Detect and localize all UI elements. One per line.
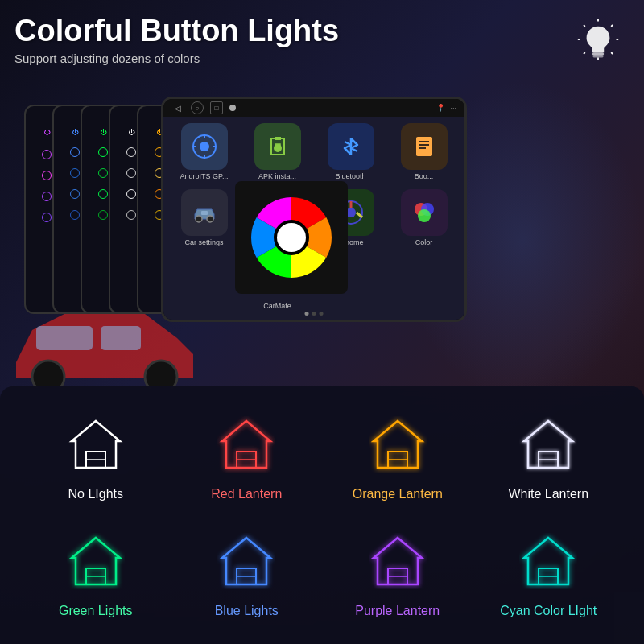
- svg-point-22: [207, 216, 213, 222]
- app-item-car-settings[interactable]: Car settings: [170, 189, 238, 314]
- color-wheel-popup: [235, 181, 348, 294]
- svg-rect-23: [201, 211, 208, 215]
- page-subtitle: Support adjusting dozens of colors: [14, 52, 339, 65]
- page-title: Colorful Button Lights: [14, 14, 339, 48]
- house-icon-no-lights: [64, 413, 128, 477]
- app-icon-car-settings: [181, 189, 228, 236]
- lights-grid: No LIghts Red Lantern: [24, 402, 620, 628]
- cyan-color-light-label: Cyan Color LIght: [500, 604, 597, 618]
- svg-point-11: [200, 142, 209, 151]
- app-label-carmate: CarMate: [263, 302, 291, 310]
- app-label-car-settings: Car settings: [184, 238, 223, 246]
- tablet-top-bar: ◁ ○ □ 📍 ···: [163, 99, 464, 117]
- house-icon-red-lantern: [214, 413, 279, 477]
- time-display: ···: [450, 104, 456, 112]
- light-item-white-lantern[interactable]: White Lantern: [477, 402, 621, 511]
- light-item-purple-lantern[interactable]: Purple Lantern: [326, 519, 469, 628]
- page-dots: [305, 312, 324, 316]
- app-item-color-wheel[interactable]: CarMate: [243, 189, 312, 314]
- svg-point-21: [196, 216, 202, 222]
- app-icon-bluetooth: [328, 123, 374, 170]
- no-lights-label: No LIghts: [68, 487, 123, 502]
- dot-icon: [229, 105, 236, 111]
- svg-rect-17: [416, 137, 432, 156]
- app-label-book: Boo...: [415, 172, 434, 180]
- house-icon-blue-lights: [214, 530, 279, 594]
- svg-line-7: [611, 52, 613, 54]
- green-lights-label: Green Lights: [59, 604, 133, 618]
- bottom-panel: No LIghts Red Lantern: [0, 386, 644, 644]
- app-label-apk: APK insta...: [258, 172, 296, 180]
- white-lantern-label: White Lantern: [508, 487, 588, 502]
- app-item-android-gps[interactable]: AndroITS GP...: [170, 123, 238, 184]
- svg-rect-9: [593, 56, 604, 58]
- app-icon-android-gps: [181, 123, 228, 170]
- purple-lantern-label: Purple Lantern: [355, 604, 440, 618]
- app-icon-color: [401, 189, 448, 236]
- app-label-color: Color: [415, 238, 433, 246]
- app-label-android-gps: AndroITS GP...: [180, 172, 229, 180]
- light-item-cyan-color-light[interactable]: Cyan Color LIght: [477, 519, 621, 628]
- svg-line-4: [584, 25, 585, 27]
- light-item-blue-lights[interactable]: Blue Lights: [175, 519, 319, 628]
- light-item-no-lights[interactable]: No LIghts: [24, 402, 167, 511]
- location-icon: 📍: [436, 104, 445, 112]
- red-lantern-label: Red Lantern: [211, 487, 282, 502]
- house-icon-cyan-color-light: [516, 530, 580, 594]
- svg-line-6: [584, 52, 585, 54]
- app-item-bluetooth[interactable]: Bluetooth: [316, 123, 385, 184]
- app-icon-apk: [254, 123, 301, 170]
- app-grid: AndroITS GP... APK insta...: [163, 117, 464, 320]
- header: Colorful Button Lights Support adjusting…: [14, 14, 339, 65]
- back-icon[interactable]: ◁: [171, 101, 184, 114]
- main-tablet: ◁ ○ □ 📍 ···: [161, 97, 467, 322]
- house-icon-purple-lantern: [365, 530, 430, 594]
- svg-point-31: [418, 209, 431, 222]
- light-item-orange-lantern[interactable]: Orange Lantern: [326, 402, 469, 511]
- orange-lantern-label: Orange Lantern: [353, 487, 443, 502]
- home-icon[interactable]: ○: [191, 101, 204, 114]
- app-icon-book: [401, 123, 448, 170]
- house-icon-green-lights: [64, 530, 128, 594]
- light-item-green-lights[interactable]: Green Lights: [24, 519, 167, 628]
- light-item-red-lantern[interactable]: Red Lantern: [175, 402, 319, 511]
- blue-lights-label: Blue Lights: [215, 604, 279, 618]
- device-area: ⏻ ⏻ ⏻: [8, 97, 636, 354]
- svg-point-26: [277, 223, 306, 252]
- svg-rect-8: [592, 52, 604, 56]
- status-bar: 📍 ···: [436, 104, 456, 112]
- nav-buttons: ◁ ○ □: [171, 101, 236, 114]
- app-item-book[interactable]: Boo...: [390, 123, 458, 184]
- app-item-apk[interactable]: APK insta...: [243, 123, 312, 184]
- svg-line-5: [611, 25, 613, 27]
- bulb-icon: [576, 18, 620, 64]
- house-icon-white-lantern: [516, 413, 580, 477]
- app-label-bluetooth: Bluetooth: [335, 172, 365, 180]
- app-item-color[interactable]: Color: [390, 189, 458, 314]
- house-icon-orange-lantern: [365, 413, 430, 477]
- recents-icon[interactable]: □: [210, 101, 223, 114]
